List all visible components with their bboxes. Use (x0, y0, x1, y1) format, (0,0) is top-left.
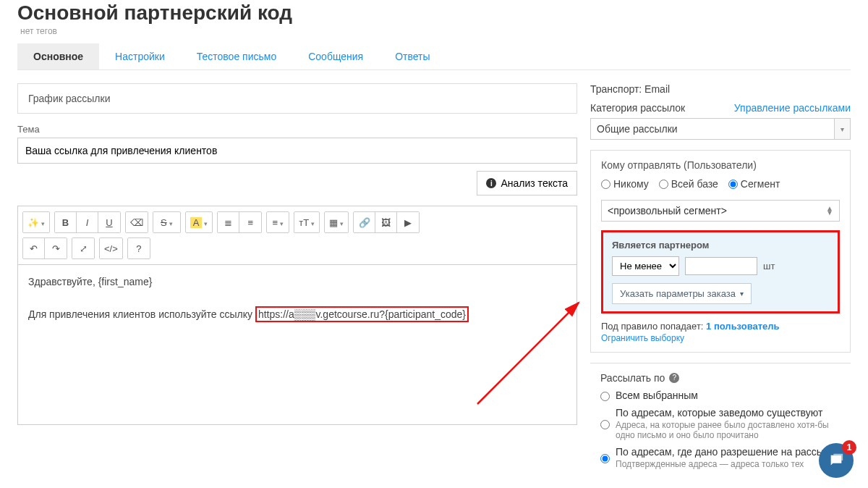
bold-button[interactable]: B (55, 212, 77, 232)
chevron-down-icon (202, 217, 208, 228)
magic-tool-button[interactable]: ✨ (23, 212, 49, 232)
help-icon[interactable]: ? (669, 373, 679, 383)
order-params-label: Указать параметры заказа (620, 288, 736, 299)
opt-known-desc: Адреса, на которые ранее было доставлено… (616, 420, 833, 440)
opt-allowed-radio[interactable] (600, 448, 610, 469)
clear-format-button[interactable]: ⌫ (126, 212, 148, 232)
segment-select[interactable]: <произвольный сегмент> ▲▼ (601, 200, 840, 222)
ol-button[interactable]: ≡ (239, 212, 261, 232)
opt-all-label: Всем выбранным (616, 390, 698, 401)
radio-segment-label: Сегмент (741, 178, 780, 190)
tags-label: нет тегов (20, 26, 848, 36)
magic-icon: ✨ (27, 217, 39, 228)
transport-label: Транспорт: (590, 83, 642, 95)
partner-rule-box: Является партнером Не менее шт Указать п… (601, 230, 840, 314)
font-a-icon: A (190, 217, 203, 228)
fullscreen-button[interactable]: ⤢ (72, 238, 94, 258)
partner-link-highlight: https://a▒▒▒v.getcourse.ru?{participant_… (255, 306, 469, 322)
radio-nobody-label: Никому (613, 178, 649, 190)
code-icon: </> (104, 243, 118, 254)
image-icon: 🖼 (381, 217, 391, 228)
chevron-down-icon (309, 217, 315, 228)
partner-compare-select[interactable]: Не менее (612, 256, 679, 276)
expand-icon: ⤢ (80, 243, 88, 254)
partner-rule-title: Является партнером (612, 240, 829, 251)
opt-allowed-label: По адресам, где дано разрешение на рассы… (616, 446, 840, 458)
category-select[interactable]: Общие рассылки (590, 118, 851, 140)
paragraph-icon: S (161, 217, 167, 228)
table-icon: ▦ (329, 217, 338, 228)
undo-button[interactable]: ↶ (23, 238, 45, 258)
subject-input[interactable] (17, 138, 577, 164)
analyze-text-label: Анализ текста (501, 177, 568, 189)
editor-body[interactable]: Здравствуйте, {first_name} Для привлечен… (18, 265, 576, 424)
chat-badge: 1 (842, 440, 856, 455)
tab-test-letter[interactable]: Тестовое письмо (181, 43, 292, 70)
video-icon: ▶ (404, 217, 412, 228)
image-button[interactable]: 🖼 (375, 212, 397, 232)
text-size-icon: тТ (299, 217, 309, 228)
rule-match-link[interactable]: 1 пользователь (706, 321, 780, 332)
paragraph-button[interactable]: S (153, 212, 180, 232)
subject-label: Тема (17, 124, 577, 135)
link-icon: 🔗 (359, 217, 370, 228)
radio-all-label: Всей базе (671, 178, 718, 190)
font-color-button[interactable]: A (186, 212, 213, 232)
radio-nobody[interactable]: Никому (601, 178, 649, 190)
ul-button[interactable]: ≣ (218, 212, 239, 232)
opt-allowed-desc: Подтвержденные адреса — адреса только те… (616, 459, 833, 469)
chevron-down-icon (278, 217, 284, 228)
eraser-icon: ⌫ (130, 217, 143, 228)
editor-line-greeting: Здравствуйте, {first_name} (28, 274, 566, 290)
radio-all[interactable]: Всей базе (659, 178, 718, 190)
underline-button[interactable]: U (98, 212, 120, 232)
table-button[interactable]: ▦ (325, 212, 348, 232)
transport-row: Транспорт: Email (590, 83, 851, 95)
analyze-text-button[interactable]: i Анализ текста (477, 171, 577, 195)
radio-segment[interactable]: Сегмент (728, 178, 780, 190)
limit-selection-link[interactable]: Ограничить выборку (601, 333, 684, 343)
chevron-down-icon (338, 217, 344, 228)
info-icon: i (486, 178, 496, 188)
partner-count-input[interactable] (685, 257, 757, 275)
segment-select-value: <произвольный сегмент> (608, 205, 727, 216)
manage-mailings-link[interactable]: Управление рассылками (734, 102, 851, 114)
question-icon: ? (136, 243, 141, 254)
tab-replies[interactable]: Ответы (379, 43, 446, 70)
send-by-title: Рассылать по (600, 372, 665, 384)
list-ul-icon: ≣ (224, 217, 232, 228)
chat-fab[interactable]: 1 (819, 443, 854, 478)
order-params-button[interactable]: Указать параметры заказа ▾ (612, 283, 752, 304)
chevron-down-icon (39, 217, 45, 228)
editor-line-body: Для привлечения клиентов используйте ссы… (28, 306, 566, 322)
editor-body-prefix: Для привлечения клиентов используйте ссы… (28, 308, 255, 320)
opt-known-radio[interactable] (600, 409, 610, 440)
schedule-panel[interactable]: График рассылки (17, 83, 577, 114)
rich-editor: ✨ B I U ⌫ S A (17, 206, 577, 425)
align-button[interactable]: ≡ (267, 212, 289, 232)
italic-button[interactable]: I (77, 212, 98, 232)
text-size-button[interactable]: тТ (294, 212, 319, 232)
rule-match: Под правило попадает: 1 пользователь (601, 321, 840, 332)
tab-messages[interactable]: Сообщения (292, 43, 379, 70)
code-button[interactable]: </> (100, 238, 122, 258)
undo-icon: ↶ (30, 243, 38, 254)
link-button[interactable]: 🔗 (354, 212, 375, 232)
chevron-down-icon: ▾ (740, 290, 744, 298)
help-button[interactable]: ? (128, 238, 150, 258)
opt-all-radio[interactable] (600, 392, 610, 401)
rule-match-prefix: Под правило попадает: (601, 321, 706, 332)
transport-value: Email (644, 83, 670, 95)
redo-button[interactable]: ↷ (45, 238, 67, 258)
tabs: Основное Настройки Тестовое письмо Сообщ… (17, 43, 851, 70)
chat-icon (828, 453, 844, 468)
tab-settings[interactable]: Настройки (99, 43, 181, 70)
tab-main[interactable]: Основное (17, 43, 99, 70)
chevron-down-icon (167, 217, 173, 228)
category-label: Категория рассылок (590, 102, 685, 114)
video-button[interactable]: ▶ (397, 212, 419, 232)
partner-unit: шт (763, 261, 775, 272)
updown-icon: ▲▼ (826, 206, 833, 215)
align-icon: ≡ (273, 217, 278, 228)
list-ol-icon: ≡ (248, 217, 254, 228)
